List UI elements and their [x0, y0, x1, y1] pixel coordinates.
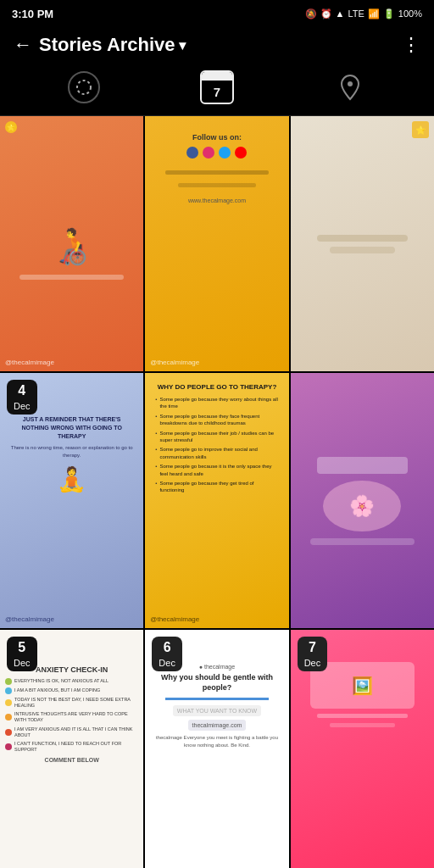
alarm-icon: ⏰ — [320, 8, 332, 19]
network-icon: LTE — [348, 8, 364, 19]
story-item-6[interactable]: 🌸 — [291, 373, 434, 628]
why-list: •Some people go because they worry about… — [152, 396, 281, 497]
username-4: @thecalmimage — [5, 615, 54, 623]
why-list-item: •Some people go because they face freque… — [155, 413, 278, 427]
instagram-icon — [203, 147, 214, 159]
tab-calendar[interactable]: 7 — [195, 70, 239, 105]
anxiety-list-item: TODAY IS NOT THE BEST DAY, I NEED SOME E… — [5, 697, 138, 709]
stories-grid: 🧑‍🦽 @thecalmimage ⭐ Follow us on: www.th… — [0, 116, 434, 868]
twitter-icon — [219, 147, 231, 159]
story-item-1[interactable]: 🧑‍🦽 @thecalmimage ⭐ — [0, 116, 143, 371]
why-list-item: •Some people go because their job / stud… — [155, 430, 278, 444]
anxiety-list-item: I AM A BIT ANXIOUS, BUT I AM COPING — [5, 687, 138, 694]
svg-point-1 — [348, 81, 353, 86]
date-badge-8: 6 Dec — [152, 637, 182, 671]
location-icon — [337, 71, 363, 103]
follow-us-card: Follow us on: www.thecalmage.com — [152, 133, 281, 203]
badge-1: ⭐ — [5, 121, 17, 133]
tab-location[interactable] — [328, 70, 372, 105]
more-options-button[interactable]: ⋮ — [402, 34, 420, 56]
why-list-item: •Some people go to improve their social … — [155, 446, 278, 460]
anxiety-card-content: ANXIETY CHECK-IN EVERYTHING IS OK, NOT A… — [5, 665, 138, 763]
battery-level: 100% — [398, 8, 422, 19]
tab-all-stories[interactable] — [62, 70, 106, 105]
anxiety-list-item: I AM VERY ANXIOUS AND IT IS ALL THAT I C… — [5, 726, 138, 738]
battery-icon: 🔋 — [383, 8, 395, 19]
therapy-illustration: 🧘 — [57, 465, 86, 493]
blurred-line-1 — [317, 235, 408, 242]
website-url: www.thecalmage.com — [188, 198, 246, 203]
mute-icon: 🔕 — [305, 8, 317, 19]
story-item-9[interactable]: 7 Dec 🖼️ — [291, 630, 434, 868]
story-item-5[interactable]: WHY DO PEOPLE GO TO THERAPY? •Some peopl… — [145, 373, 288, 628]
product-content: 🖼️ — [298, 662, 427, 727]
svg-point-0 — [77, 81, 91, 94]
story-item-8[interactable]: 6 Dec ● thecalmage Why you should be gen… — [145, 630, 288, 868]
page-title: Stories Archive ▾ — [39, 34, 186, 56]
anxiety-list-item: I CAN'T FUNCTION, I NEED TO REACH OUT FO… — [5, 741, 138, 753]
date-badge-7: 5 Dec — [7, 637, 37, 671]
story-item-3[interactable]: ⭐ — [291, 116, 434, 371]
story-item-4[interactable]: 4 Dec JUST A REMINDER THAT THERE'S NOTHI… — [0, 373, 143, 628]
sticker: ⭐ — [412, 121, 429, 138]
wifi-icon: 📶 — [368, 8, 380, 19]
status-bar: 3:10 PM 🔕 ⏰ ▲ LTE 📶 🔋 100% — [0, 0, 434, 27]
social-icons — [186, 147, 247, 159]
blurred-content-2 — [310, 538, 415, 545]
back-button[interactable]: ← — [14, 34, 32, 56]
blurred-circle: 🌸 — [323, 481, 401, 531]
status-time: 3:10 PM — [12, 8, 53, 20]
story-item-7[interactable]: 5 Dec ANXIETY CHECK-IN EVERYTHING IS OK,… — [0, 630, 143, 868]
anxiety-list-item: INTRUSIVE THOUGHTS ARE VERY HARD TO COPE… — [5, 711, 138, 723]
header: ← Stories Archive ▾ ⋮ — [0, 27, 434, 64]
date-badge-4: 4 Dec — [7, 380, 37, 415]
header-left: ← Stories Archive ▾ — [14, 34, 186, 56]
dropdown-chevron[interactable]: ▾ — [179, 37, 186, 53]
stories-icon — [75, 78, 93, 97]
therapy-content: JUST A REMINDER THAT THERE'S NOTHING WRO… — [7, 415, 136, 459]
product-image: 🖼️ — [310, 662, 415, 709]
username-1: @thecalmimage — [5, 359, 54, 366]
date-badge-9: 7 Dec — [298, 637, 328, 671]
username-2: @thecalmimage — [150, 359, 199, 366]
wheelchair-illustration: 🧑‍🦽 — [50, 225, 94, 266]
youtube-icon — [235, 147, 247, 159]
divider — [165, 698, 270, 700]
why-list-item: •Some people go because they worry about… — [155, 396, 278, 410]
facebook-icon — [186, 147, 198, 159]
why-list-item: •Some people go because it is the only s… — [155, 463, 278, 477]
gentle-logo: ● thecalmage — [199, 664, 235, 670]
circle-icon — [68, 71, 100, 103]
blurred-line-2 — [330, 247, 395, 253]
filter-tabs: 7 — [0, 64, 434, 116]
status-icons: 🔕 ⏰ ▲ LTE 📶 🔋 100% — [305, 8, 422, 19]
story-item-2[interactable]: Follow us on: www.thecalmage.com @thecal… — [145, 116, 288, 371]
anxiety-list: EVERYTHING IS OK, NOT ANXIOUS AT ALL I A… — [5, 678, 138, 753]
username-5: @thecalmimage — [150, 615, 199, 623]
signal-icon: ▲ — [336, 8, 345, 19]
why-list-item: •Some people go because they get tired o… — [155, 480, 278, 494]
anxiety-list-item: EVERYTHING IS OK, NOT ANXIOUS AT ALL — [5, 678, 138, 685]
gentle-card-content: ● thecalmage Why you should be gentle wi… — [152, 664, 281, 748]
blurred-content-1 — [317, 457, 408, 474]
calendar-number: 7 — [214, 85, 220, 99]
